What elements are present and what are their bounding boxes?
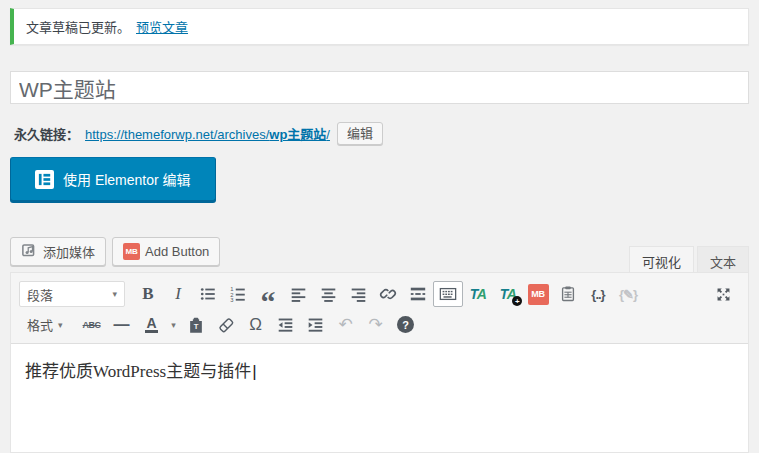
add-button-label: Add Button [145,244,209,259]
bullet-list-icon [199,285,217,303]
paste-as-text-button[interactable]: T [181,312,211,338]
draft-updated-notice: 文章草稿已更新。 预览文章 [10,8,749,45]
align-left-icon [290,286,307,303]
elementor-button-label: 使用 Elementor 编辑 [63,169,191,189]
editor-mode-tabs: 可视化 文本 [629,246,749,273]
editor-toolbar: 段落 ▾ B I 1 2 3 “ [11,273,748,344]
redo-icon: ↷ [368,316,382,333]
add-button-button[interactable]: MB Add Button [112,237,220,266]
elementor-edit-button[interactable]: 使用 Elementor 编辑 [10,157,216,201]
add-media-icon [21,242,38,262]
shortcode-icon: {..} [591,287,604,302]
align-right-icon [350,286,367,303]
ta-add-icon: TA+ [500,286,517,302]
insert-link-button[interactable] [373,281,403,307]
keyboard-icon [439,285,457,303]
help-button[interactable]: ? [391,312,421,338]
paragraph-select[interactable]: 段落 ▾ [19,281,125,307]
numbered-list-button[interactable]: 1 2 3 [223,281,253,307]
more-tag-button[interactable] [403,281,433,307]
undo-button[interactable]: ↶ [331,312,361,338]
text-cursor: | [252,362,256,381]
strikethrough-button[interactable]: ABC [77,312,107,338]
permalink-label: 永久链接： [14,124,79,143]
align-center-button[interactable] [313,281,343,307]
toolbar-toggle-button[interactable] [433,281,463,307]
content-text: 推荐优质WordPress主题与插件 [25,362,251,381]
link-icon [379,285,397,303]
chevron-down-icon: ▾ [171,320,176,330]
mb-icon: MB [123,243,140,260]
notice-message: 文章草稿已更新。 [26,17,130,36]
align-right-button[interactable] [343,281,373,307]
table-clipboard-button[interactable] [553,281,583,307]
wysiwyg-editor: 段落 ▾ B I 1 2 3 “ [10,272,749,453]
bold-button[interactable]: B [133,281,163,307]
bullet-list-button[interactable] [193,281,223,307]
post-title-input[interactable] [10,71,749,104]
indent-button[interactable] [301,312,331,338]
permalink-row: 永久链接： https://themeforwp.net/archives/wp… [14,120,383,146]
add-media-button[interactable]: 添加媒体 [10,237,106,266]
numbered-list-icon: 1 2 3 [229,285,247,303]
text-color-button[interactable]: A [137,312,167,338]
horizontal-rule-button[interactable]: — [107,312,137,338]
eraser-icon [217,316,235,334]
format-select[interactable]: 格式 ▾ [19,313,71,337]
ta-add-button[interactable]: TA+ [493,281,523,307]
elementor-icon [35,170,54,189]
clear-formatting-button[interactable] [211,312,241,338]
clipboard-table-icon [559,285,577,303]
chevron-down-icon: ▾ [112,289,117,299]
tab-text[interactable]: 文本 [697,246,749,273]
undo-icon: ↶ [338,316,352,333]
fullscreen-button[interactable] [708,281,738,307]
snippet-button[interactable]: {✎} [613,281,643,307]
align-center-icon [320,286,337,303]
ta-icon: TA [470,286,487,302]
ta-insert-button[interactable]: TA [463,281,493,307]
mb-toolbar-icon: MB [528,284,549,305]
edit-permalink-button[interactable]: 编辑 [337,122,383,145]
chevron-down-icon: ▾ [58,320,63,330]
outdent-icon [277,316,294,333]
italic-button[interactable]: I [163,281,193,307]
shortcode-button[interactable]: {..} [583,281,613,307]
more-tag-icon [409,285,427,303]
redo-button[interactable]: ↷ [361,312,391,338]
tab-visual[interactable]: 可视化 [629,246,694,274]
blockquote-button[interactable]: “ [253,281,283,307]
align-left-button[interactable] [283,281,313,307]
preview-post-link[interactable]: 预览文章 [136,17,188,36]
snippet-pencil-icon: {✎} [619,287,637,302]
help-icon: ? [397,316,414,333]
media-buttons-row: 添加媒体 MB Add Button [10,237,220,266]
add-media-label: 添加媒体 [43,242,95,261]
mb-insert-button[interactable]: MB [523,281,553,307]
paste-text-icon: T [187,316,205,334]
permalink-link[interactable]: https://themeforwp.net/archives/wp主题站/ [85,124,330,143]
editor-content[interactable]: 推荐优质WordPress主题与插件| [11,344,748,452]
expand-icon [715,286,732,303]
plus-icon: + [512,296,522,306]
svg-text:3: 3 [230,297,233,303]
text-color-dropdown[interactable]: ▾ [167,312,181,338]
svg-text:T: T [193,322,198,331]
indent-icon [307,316,324,333]
